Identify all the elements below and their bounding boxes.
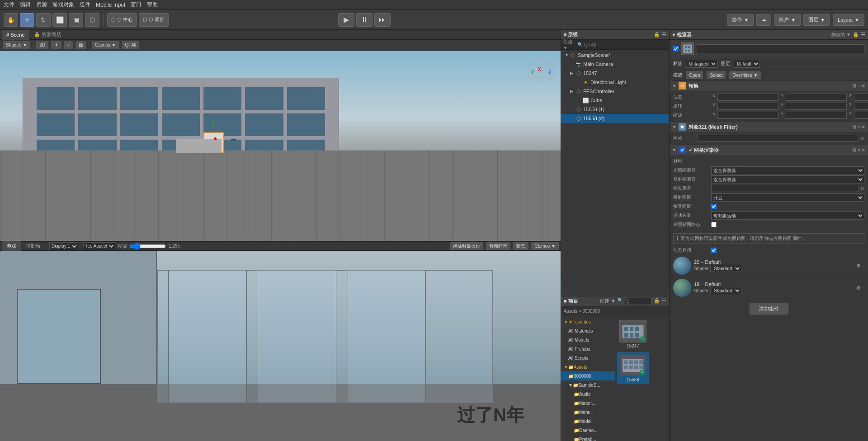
- local-toggle-btn[interactable]: ⬡ ⬡ 局部: [139, 13, 169, 27]
- scl-x-input[interactable]: 2: [717, 112, 778, 119]
- meshrenderer-header[interactable]: ▼ ✓ 网格渲染器 ⚙ ≡ ✕: [670, 145, 868, 155]
- maximize-btn[interactable]: 播放时最大化: [450, 242, 483, 250]
- tree-item-fpscontroller[interactable]: ▶ ⬡ FPSController: [561, 87, 669, 96]
- all-prefabs-item[interactable]: All Prefabs: [561, 344, 615, 353]
- shading-dropdown[interactable]: Shaded ▼: [3, 41, 30, 49]
- layer-select[interactable]: Default: [734, 60, 760, 68]
- motionvector-select[interactable]: 每对象运动: [711, 211, 864, 220]
- transform-tool-1[interactable]: ⚙: [852, 83, 857, 89]
- menu-component[interactable]: 组件: [80, 1, 90, 9]
- tree-item-maincamera[interactable]: 📷 Main Camera: [561, 60, 669, 69]
- account-btn[interactable]: 账户 ▼: [774, 14, 801, 26]
- center-toggle-btn[interactable]: ⬡ ⬡ 中心: [107, 13, 137, 27]
- tree-item-15558-2[interactable]: ⬡ 15558 (2): [561, 114, 669, 123]
- inspector-menu-btn[interactable]: ☰: [861, 32, 865, 38]
- menu-assets[interactable]: 资源: [36, 1, 47, 9]
- folder-prefab[interactable]: 📁 Prefab...: [561, 435, 615, 441]
- assets-folder[interactable]: ▼ 📁 Assets: [561, 362, 615, 371]
- mat-shader-select-1[interactable]: Standard: [710, 265, 741, 272]
- folder-model[interactable]: 📁 Model: [561, 417, 615, 426]
- scl-z-input[interactable]: 2: [854, 112, 868, 119]
- all-models-item[interactable]: All Models: [561, 335, 615, 344]
- mesh-link-btn[interactable]: ⊙: [861, 136, 864, 141]
- meshfilter-header[interactable]: ▼ ⬟ 对象021 (Mesh Filter) ⚙ ≡ ✕: [670, 122, 868, 132]
- cloud-btn[interactable]: ☁: [756, 14, 771, 26]
- mat-tool-2b[interactable]: ≡: [862, 285, 864, 291]
- display-select[interactable]: Display 1: [49, 242, 78, 250]
- anchor-link-btn[interactable]: ⊙: [861, 186, 864, 191]
- lighting-toggle[interactable]: ☀: [51, 41, 61, 49]
- pos-y-input[interactable]: 4.4: [786, 94, 847, 101]
- lightmapstatic-checkbox[interactable]: [711, 222, 717, 227]
- tab-console[interactable]: 控制台: [21, 241, 46, 251]
- asset-15558[interactable]: ✓ 15558: [617, 352, 649, 384]
- tree-item-15558-1[interactable]: ⬡ 15558 (1): [561, 105, 669, 114]
- castshadow-select[interactable]: 开启: [711, 193, 864, 202]
- transform-section-header[interactable]: ▼ ⟲ 转换 ⚙ ≡ ✕: [670, 81, 868, 91]
- tag-select[interactable]: Untagged: [686, 60, 717, 68]
- project-lock-btn[interactable]: 🔒: [654, 298, 660, 305]
- reflectprobe-select[interactable]: 混合探测器: [711, 175, 864, 183]
- receiveshadow-checkbox[interactable]: [711, 204, 717, 209]
- transform-tool-3[interactable]: ✕: [861, 83, 865, 89]
- add-component-btn[interactable]: 添加组件: [750, 303, 788, 314]
- aspect-select[interactable]: Free Aspect: [81, 242, 115, 250]
- audio-toggle[interactable]: ♪: [64, 41, 73, 49]
- project-search-input[interactable]: [625, 298, 652, 305]
- obj-name-input[interactable]: 15558 (2): [697, 44, 864, 53]
- game-gizmos-btn[interactable]: Gizmos ▼: [531, 242, 559, 250]
- mute-btn[interactable]: 音频静音: [486, 242, 510, 250]
- anchor-input[interactable]: None (转换): [711, 185, 859, 192]
- meshrenderer-tool-3[interactable]: ✕: [861, 147, 865, 153]
- folder-0000000[interactable]: 📁 0000000: [561, 371, 615, 380]
- open-btn[interactable]: Open: [686, 71, 703, 79]
- pos-z-input[interactable]: 33: [854, 94, 868, 101]
- menu-file[interactable]: 文件: [4, 1, 14, 9]
- stats-btn[interactable]: 状态: [513, 242, 528, 250]
- scale-tool[interactable]: ⬜: [52, 13, 67, 27]
- meshrenderer-tool-2[interactable]: ≡: [858, 147, 860, 153]
- scale-slider[interactable]: [130, 243, 166, 249]
- hand-tool[interactable]: ✋: [4, 13, 18, 27]
- meshfilter-tool-1[interactable]: ⚙: [852, 124, 857, 130]
- menu-mobileinput[interactable]: Mobile Input: [96, 2, 125, 8]
- menu-window[interactable]: 窗口: [131, 1, 142, 9]
- tab-assetstore[interactable]: 🔒 资源商店: [29, 30, 66, 40]
- mat-shader-select-2[interactable]: Standard: [710, 287, 741, 294]
- overrides-btn[interactable]: Overrides ▼: [729, 71, 761, 79]
- rotate-tool[interactable]: ↻: [36, 13, 51, 27]
- asset-15247[interactable]: ✓ 15247: [617, 318, 649, 350]
- lightprobe-select[interactable]: 混合探测器: [711, 166, 864, 174]
- tree-item-dirlight[interactable]: ☀ Directional Light: [561, 78, 669, 87]
- gizmos-btn[interactable]: Gizmos ▼: [92, 41, 119, 49]
- pos-x-input[interactable]: 1.7: [717, 94, 778, 101]
- all-materials-item[interactable]: All Materials: [561, 326, 615, 335]
- menu-gameobject[interactable]: 游戏对象: [52, 1, 74, 9]
- move-tool[interactable]: ✛: [20, 13, 34, 27]
- view-cube[interactable]: X Y Z: [527, 55, 556, 84]
- folder-daemo[interactable]: 📁 Daemo...: [561, 426, 615, 435]
- all-scripts-item[interactable]: All Scripts: [561, 353, 615, 362]
- meshrenderer-tool-1[interactable]: ⚙: [852, 147, 857, 153]
- folder-materials[interactable]: 📁 Materi...: [561, 399, 615, 408]
- hierarchy-menu-btn[interactable]: ☰: [662, 32, 666, 38]
- rot-y-input[interactable]: 0: [786, 103, 847, 110]
- tab-game[interactable]: 游戏: [2, 241, 21, 251]
- mesh-value-input[interactable]: 对象021: [698, 135, 859, 142]
- play-button[interactable]: ▶: [338, 13, 354, 27]
- folder-menu[interactable]: 📁 Menu: [561, 408, 615, 417]
- project-menu-btn[interactable]: ☰: [662, 298, 666, 305]
- tree-item-samplescene[interactable]: ▼ ⬡ SampleScene*: [561, 51, 669, 60]
- 2d-toggle[interactable]: 2D: [36, 41, 48, 49]
- layers-btn[interactable]: 图层 ▼: [803, 14, 830, 26]
- folder-audio[interactable]: 📁 Audio: [561, 389, 615, 399]
- fx-toggle[interactable]: ▦: [75, 41, 86, 49]
- tab-scene[interactable]: # Scene: [2, 30, 29, 40]
- scl-y-input[interactable]: 2: [786, 112, 847, 119]
- rect-tool[interactable]: ▣: [69, 13, 83, 27]
- hierarchy-lock-btn[interactable]: 🔒: [654, 32, 660, 38]
- menu-help[interactable]: 帮助: [147, 1, 158, 9]
- layout-btn[interactable]: Layout ▼: [833, 14, 864, 26]
- tree-item-cube[interactable]: ⬜ Cube: [561, 96, 669, 105]
- search-all-btn[interactable]: Q+All: [122, 41, 140, 49]
